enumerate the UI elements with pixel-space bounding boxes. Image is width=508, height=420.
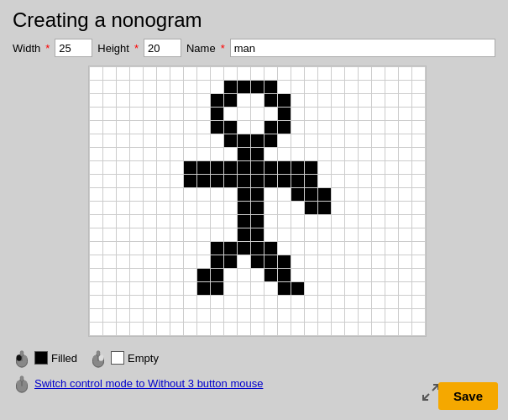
grid-cell[interactable] <box>197 309 211 323</box>
grid-cell[interactable] <box>130 67 144 81</box>
grid-cell[interactable] <box>291 175 305 188</box>
grid-cell[interactable] <box>291 215 305 228</box>
grid-cell[interactable] <box>264 309 278 323</box>
grid-cell[interactable] <box>305 202 318 215</box>
grid-cell[interactable] <box>103 175 117 188</box>
grid-cell[interactable] <box>170 108 184 121</box>
grid-cell[interactable] <box>359 202 372 215</box>
grid-cell[interactable] <box>211 228 224 242</box>
grid-cell[interactable] <box>90 108 103 121</box>
grid-cell[interactable] <box>130 215 144 228</box>
grid-cell[interactable] <box>103 228 117 242</box>
grid-cell[interactable] <box>385 228 399 242</box>
grid-cell[interactable] <box>170 296 184 309</box>
grid-cell[interactable] <box>197 188 211 202</box>
grid-cell[interactable] <box>184 242 197 255</box>
grid-cell[interactable] <box>157 134 170 148</box>
grid-cell[interactable] <box>318 202 332 215</box>
grid-cell[interactable] <box>332 148 345 161</box>
grid-cell[interactable] <box>184 81 197 94</box>
grid-cell[interactable] <box>170 282 184 296</box>
grid-cell[interactable] <box>144 296 157 309</box>
grid-cell[interactable] <box>238 242 251 255</box>
grid-cell[interactable] <box>224 242 238 255</box>
grid-cell[interactable] <box>412 148 426 161</box>
grid-cell[interactable] <box>412 94 426 108</box>
grid-cell[interactable] <box>345 121 359 134</box>
grid-cell[interactable] <box>332 215 345 228</box>
grid-cell[interactable] <box>412 202 426 215</box>
grid-cell[interactable] <box>211 161 224 175</box>
grid-cell[interactable] <box>305 108 318 121</box>
grid-cell[interactable] <box>90 309 103 323</box>
grid-cell[interactable] <box>184 228 197 242</box>
grid-cell[interactable] <box>211 121 224 134</box>
grid-cell[interactable] <box>372 202 385 215</box>
switch-label[interactable]: Switch control mode to Without 3 button … <box>34 377 263 390</box>
grid-cell[interactable] <box>170 242 184 255</box>
grid-cell[interactable] <box>332 94 345 108</box>
grid-cell[interactable] <box>197 161 211 175</box>
grid-cell[interactable] <box>412 81 426 94</box>
grid-cell[interactable] <box>157 242 170 255</box>
grid-cell[interactable] <box>251 323 264 336</box>
grid-cell[interactable] <box>117 202 130 215</box>
grid-cell[interactable] <box>412 323 426 336</box>
grid-cell[interactable] <box>372 81 385 94</box>
grid-cell[interactable] <box>211 215 224 228</box>
width-input[interactable] <box>55 39 92 57</box>
grid-cell[interactable] <box>264 188 278 202</box>
grid-cell[interactable] <box>318 94 332 108</box>
grid-cell[interactable] <box>130 228 144 242</box>
grid-cell[interactable] <box>291 148 305 161</box>
grid-cell[interactable] <box>318 228 332 242</box>
grid-cell[interactable] <box>345 202 359 215</box>
grid-cell[interactable] <box>117 282 130 296</box>
grid-cell[interactable] <box>291 108 305 121</box>
grid-cell[interactable] <box>90 175 103 188</box>
grid-cell[interactable] <box>385 94 399 108</box>
grid-cell[interactable] <box>305 228 318 242</box>
grid-cell[interactable] <box>103 255 117 269</box>
grid-cell[interactable] <box>103 269 117 282</box>
grid-cell[interactable] <box>318 134 332 148</box>
grid-cell[interactable] <box>399 175 412 188</box>
grid-cell[interactable] <box>103 323 117 336</box>
grid-cell[interactable] <box>211 67 224 81</box>
grid-cell[interactable] <box>318 323 332 336</box>
grid-cell[interactable] <box>184 215 197 228</box>
grid-cell[interactable] <box>372 161 385 175</box>
grid-cell[interactable] <box>399 242 412 255</box>
grid-cell[interactable] <box>372 242 385 255</box>
grid-cell[interactable] <box>345 161 359 175</box>
grid-cell[interactable] <box>345 134 359 148</box>
grid-cell[interactable] <box>238 309 251 323</box>
grid-cell[interactable] <box>211 94 224 108</box>
grid-cell[interactable] <box>238 108 251 121</box>
grid-cell[interactable] <box>264 202 278 215</box>
grid-cell[interactable] <box>264 108 278 121</box>
grid-cell[interactable] <box>318 161 332 175</box>
grid-cell[interactable] <box>305 269 318 282</box>
grid-cell[interactable] <box>251 242 264 255</box>
grid-cell[interactable] <box>399 67 412 81</box>
grid-cell[interactable] <box>291 282 305 296</box>
grid-cell[interactable] <box>305 309 318 323</box>
grid-cell[interactable] <box>90 148 103 161</box>
grid-cell[interactable] <box>211 81 224 94</box>
grid-cell[interactable] <box>359 81 372 94</box>
grid-cell[interactable] <box>372 215 385 228</box>
grid-cell[interactable] <box>291 323 305 336</box>
grid-cell[interactable] <box>385 282 399 296</box>
grid-cell[interactable] <box>278 202 291 215</box>
grid-cell[interactable] <box>412 282 426 296</box>
grid-cell[interactable] <box>385 296 399 309</box>
grid-cell[interactable] <box>332 296 345 309</box>
grid-cell[interactable] <box>103 161 117 175</box>
grid-cell[interactable] <box>264 81 278 94</box>
grid-cell[interactable] <box>345 188 359 202</box>
grid-cell[interactable] <box>372 148 385 161</box>
grid-cell[interactable] <box>117 108 130 121</box>
grid-cell[interactable] <box>345 255 359 269</box>
grid-cell[interactable] <box>399 94 412 108</box>
